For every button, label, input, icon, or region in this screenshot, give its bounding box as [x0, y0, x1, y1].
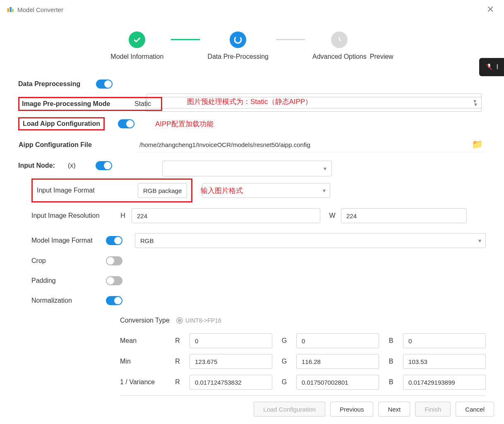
folder-icon[interactable]: 📁	[472, 139, 483, 150]
titlebar: Model Converter ✕	[0, 0, 504, 19]
aipp-file-path[interactable]: /home/zhangcheng1/InvoiceOCR/models/resn…	[134, 137, 472, 152]
load-aipp-label: Load Aipp Configuration	[18, 117, 105, 130]
variance-r-input[interactable]: 0.017124753832	[190, 375, 272, 390]
image-preproc-mode-value: Static	[133, 100, 158, 108]
min-label: Min	[120, 358, 173, 365]
input-resolution-label: Input Image Resolution	[31, 212, 118, 219]
window-title: Model Converter	[17, 6, 483, 13]
next-button[interactable]: Next	[378, 402, 410, 417]
b-label: B	[386, 358, 396, 365]
load-aipp-toggle[interactable]	[118, 119, 134, 128]
crop-label: Crop	[31, 257, 106, 265]
g-label: G	[280, 337, 289, 344]
cancel-button[interactable]: Cancel	[456, 402, 494, 417]
step-label: Advanced Options	[312, 53, 367, 60]
svg-rect-0	[7, 8, 10, 12]
padding-toggle[interactable]	[106, 276, 122, 285]
variance-b-input[interactable]: 0.017429193899	[403, 375, 486, 390]
resolution-w-input[interactable]: 224	[341, 208, 467, 223]
input-node-x: (x)	[68, 162, 76, 169]
wizard-stepper: Model Information Data Pre-Processing Ad…	[0, 19, 504, 69]
r-label: R	[173, 337, 182, 344]
normalization-label: Normalization	[31, 297, 106, 304]
step-data-preprocessing: Data Pre-Processing	[207, 31, 269, 60]
input-node-toggle[interactable]	[96, 161, 112, 170]
divider	[120, 395, 486, 396]
data-preprocessing-toggle[interactable]	[96, 80, 113, 89]
resolution-h-input[interactable]: 224	[132, 208, 320, 223]
input-image-format-label: Input Image Format	[37, 187, 110, 194]
conversion-type-label: Conversion Type	[120, 317, 174, 324]
mean-label: Mean	[120, 337, 173, 344]
w-label: W	[328, 212, 337, 219]
min-r-input[interactable]: 123.675	[190, 354, 272, 369]
annotation-format: 输入图片格式	[201, 186, 243, 195]
step-advanced-options: Advanced Options	[312, 31, 367, 60]
input-image-format-value: RGB package	[138, 183, 187, 198]
padding-label: Padding	[31, 277, 106, 284]
svg-rect-2	[12, 9, 14, 12]
b-label: B	[386, 378, 396, 386]
progress-icon	[230, 31, 246, 48]
crop-toggle[interactable]	[106, 256, 122, 265]
r-label: R	[173, 378, 182, 386]
mean-b-input[interactable]: 0	[403, 333, 486, 348]
aipp-file-label: Aipp Configuration File	[19, 141, 134, 149]
clock-icon	[331, 31, 348, 48]
mic-off-icon	[485, 63, 493, 71]
input-node-label: Input Node:	[18, 162, 68, 169]
annotation-mode: 图片预处理模式为：Static（静态AIPP）	[187, 97, 312, 111]
mic-muted-badge[interactable]: I	[479, 58, 504, 76]
min-b-input[interactable]: 103.53	[403, 354, 486, 369]
step-connector	[171, 39, 200, 40]
step-connector	[276, 39, 305, 40]
step-label: Preview	[370, 53, 394, 60]
annotation-aipp: AIPP配置加载功能	[155, 119, 214, 129]
variance-g-input[interactable]: 0.017507002801	[296, 375, 379, 390]
wizard-footer: Load Configuration Previous Next Finish …	[254, 402, 494, 417]
finish-button[interactable]: Finish	[415, 402, 451, 417]
model-image-format-select[interactable]: RGB	[135, 233, 486, 248]
close-icon[interactable]: ✕	[483, 4, 497, 15]
g-label: G	[280, 378, 289, 386]
step-label: Model Information	[110, 53, 163, 60]
variance-label: 1 / Variance	[120, 378, 173, 386]
normalization-toggle[interactable]	[106, 296, 122, 305]
conversion-type-radio[interactable]: UINT8->FP16	[176, 317, 221, 324]
h-label: H	[118, 212, 127, 219]
app-icon	[7, 6, 14, 13]
image-preproc-mode-label: Image Pre-processing Mode	[22, 100, 129, 108]
model-image-format-toggle[interactable]	[106, 236, 122, 245]
model-image-format-label: Model Image Format	[31, 237, 106, 244]
step-label: Data Pre-Processing	[207, 53, 269, 60]
min-g-input[interactable]: 116.28	[296, 354, 379, 369]
check-icon	[129, 31, 145, 48]
load-configuration-button[interactable]: Load Configuration	[254, 402, 325, 417]
mean-r-input[interactable]: 0	[190, 333, 272, 348]
svg-point-3	[233, 35, 243, 45]
r-label: R	[173, 358, 182, 365]
step-model-information: Model Information	[110, 31, 163, 60]
mean-g-input[interactable]: 0	[296, 333, 379, 348]
step-preview: Preview	[370, 31, 394, 60]
svg-rect-1	[10, 7, 12, 12]
g-label: G	[280, 358, 289, 365]
previous-button[interactable]: Previous	[330, 402, 373, 417]
b-label: B	[386, 337, 396, 344]
